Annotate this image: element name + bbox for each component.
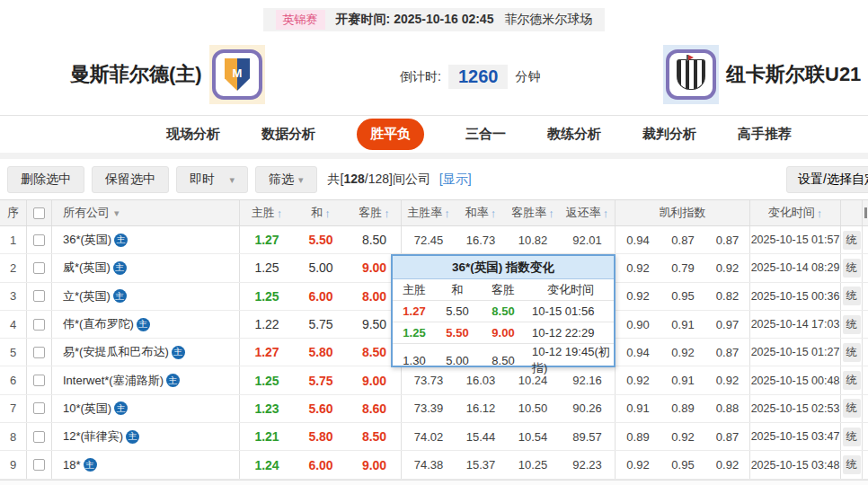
home-odds: 1.21	[240, 423, 294, 450]
stats-button[interactable]: 统	[843, 455, 861, 474]
company-cell[interactable]: 36*(英国)主	[52, 226, 240, 253]
kickoff-time: 开赛时间: 2025-10-16 02:45	[336, 12, 494, 28]
row-checkbox[interactable]	[33, 375, 45, 386]
table-row: 710*(英国)主1.235.608.6073.3916.1210.5090.2…	[0, 395, 868, 423]
company-name: 伟*(直布罗陀)	[63, 316, 134, 332]
row-checkbox[interactable]	[33, 347, 45, 358]
popup-away-odds: 8.50	[479, 304, 527, 318]
popup-header-row: 主胜 和 客胜 变化时间	[393, 279, 614, 301]
settings-button[interactable]: 设置/选择自定	[786, 166, 868, 193]
company-cell[interactable]: 易*(安提瓜和巴布达)主	[52, 339, 240, 366]
draw-odds: 5.80	[294, 423, 348, 450]
select-all-checkbox[interactable]	[33, 207, 45, 219]
row-checkbox[interactable]	[33, 319, 45, 331]
row-check-cell	[27, 451, 52, 478]
row-checkbox[interactable]	[33, 431, 45, 443]
stats-button[interactable]: 统	[843, 315, 861, 334]
company-cell[interactable]: 12*(菲律宾)主	[52, 423, 240, 450]
row-seq: 8	[0, 423, 27, 450]
tab-data-analysis[interactable]: 数据分析	[261, 126, 315, 143]
countdown-label: 倒计时:	[400, 69, 441, 85]
home-rate: 73.39	[402, 395, 456, 422]
away-rate: 10.54	[506, 423, 560, 450]
company-cell[interactable]: Interwet*(塞浦路斯)主	[52, 366, 240, 393]
draw-odds: 5.75	[294, 366, 348, 393]
popup-change-time: 10-12 22:29	[527, 326, 614, 340]
home-odds: 1.23	[240, 395, 294, 422]
filter-dropdown[interactable]: 筛选 ▾	[255, 166, 317, 193]
count-suffix: /128]间公司	[365, 172, 430, 186]
stats-button[interactable]: 统	[843, 343, 861, 362]
popup-row: 1.305.008.5010-12 19:45(初指)	[393, 344, 614, 366]
header-away-odds[interactable]: 客胜 ↑	[348, 200, 402, 225]
popup-home-odds: 1.27	[393, 304, 436, 318]
row-checkbox[interactable]	[33, 402, 45, 414]
tab-expert-picks[interactable]: 高手推荐	[738, 126, 792, 143]
tab-three-in-one[interactable]: 三合一	[465, 126, 506, 143]
show-link[interactable]: [显示]	[439, 172, 472, 186]
header-action	[841, 200, 863, 225]
header-draw-odds[interactable]: 和 ↑	[294, 200, 348, 225]
company-cell[interactable]: 18*主	[52, 451, 240, 478]
away-team-name: 纽卡斯尔联U21	[726, 61, 861, 88]
home-mark-icon: 主	[113, 261, 127, 275]
edge-cell	[863, 283, 868, 310]
delete-selected-button[interactable]: 删除选中	[7, 166, 84, 193]
company-name: Interwet*(塞浦路斯)	[63, 373, 164, 389]
company-cell[interactable]: 伟*(直布罗陀)主	[52, 311, 240, 338]
header-return-rate[interactable]: 返还率 ↑	[560, 200, 616, 225]
header-company[interactable]: 所有公司 ▾	[52, 200, 240, 225]
table-header-row: 序 所有公司 ▾ 主胜 ↑ 和 ↑ 客胜 ↑ 主胜率 ↑	[0, 199, 868, 226]
filter-dropdown-label: 筛选	[269, 172, 294, 188]
row-checkbox[interactable]	[33, 262, 45, 274]
header-change-time[interactable]: 变化时间 ↑	[750, 200, 841, 225]
row-checkbox[interactable]	[33, 459, 45, 471]
row-check-cell	[27, 283, 52, 310]
edge-cell	[863, 395, 868, 422]
away-rate: 10.82	[506, 226, 560, 253]
stats-button[interactable]: 统	[843, 287, 861, 305]
tab-live-analysis[interactable]: 现场分析	[166, 126, 220, 143]
home-rate: 74.02	[402, 423, 456, 450]
kelly-3: 0.82	[705, 283, 750, 310]
header-away-rate[interactable]: 客胜率 ↑	[506, 200, 560, 225]
company-cell[interactable]: 威*(英国)主	[52, 254, 240, 281]
stats-button[interactable]: 统	[843, 259, 861, 278]
kelly-3: 0.87	[705, 423, 750, 450]
company-cell[interactable]: 立*(英国)主	[52, 283, 240, 310]
header-home-odds[interactable]: 主胜 ↑	[240, 200, 294, 225]
tab-referee-analysis[interactable]: 裁判分析	[642, 126, 696, 143]
popup-row: 1.275.508.5010-15 01:56	[393, 301, 614, 322]
away-odds: 9.00	[348, 451, 402, 478]
odds-change-popup: 36*(英国) 指数变化 主胜 和 客胜 变化时间 1.275.508.5010…	[391, 254, 616, 367]
stats-button[interactable]: 统	[843, 231, 861, 250]
home-mark-icon: 主	[137, 318, 150, 331]
sort-up-icon: ↑	[324, 207, 331, 220]
kelly-1: 0.92	[616, 451, 660, 478]
stats-button[interactable]: 统	[843, 371, 861, 390]
row-checkbox[interactable]	[33, 290, 45, 302]
row-seq: 7	[0, 395, 27, 422]
tab-coach-analysis[interactable]: 教练分析	[547, 126, 601, 143]
header-away-rate-label: 客胜率	[511, 205, 546, 221]
table-toolbar: 删除选中 保留选中 即时 ▾ 筛选 ▾ 共[128/128]间公司 [显示] 设…	[0, 166, 868, 193]
company-name: 18*	[63, 458, 81, 472]
change-time: 2025-10-15 02:53	[750, 395, 841, 422]
draw-rate: 16.73	[456, 226, 506, 253]
popup-away-odds: 8.50	[479, 354, 527, 367]
kelly-3: 0.97	[705, 311, 750, 338]
live-odds-dropdown[interactable]: 即时 ▾	[176, 166, 248, 193]
kelly-1: 0.94	[616, 339, 660, 366]
popup-home-odds: 1.25	[393, 326, 436, 340]
keep-selected-button[interactable]: 保留选中	[92, 166, 169, 193]
away-odds: 9.00	[348, 366, 402, 393]
row-checkbox[interactable]	[33, 234, 45, 246]
tab-win-draw-lose[interactable]: 胜平负	[357, 119, 424, 150]
header-home-rate[interactable]: 主胜率 ↑	[402, 200, 456, 225]
kelly-2: 0.87	[660, 226, 705, 253]
company-cell[interactable]: 10*(英国)主	[52, 395, 240, 422]
home-odds: 1.25	[240, 283, 294, 310]
stats-button[interactable]: 统	[843, 428, 861, 446]
stats-button[interactable]: 统	[843, 399, 861, 418]
header-draw-rate[interactable]: 和率 ↑	[456, 200, 506, 225]
